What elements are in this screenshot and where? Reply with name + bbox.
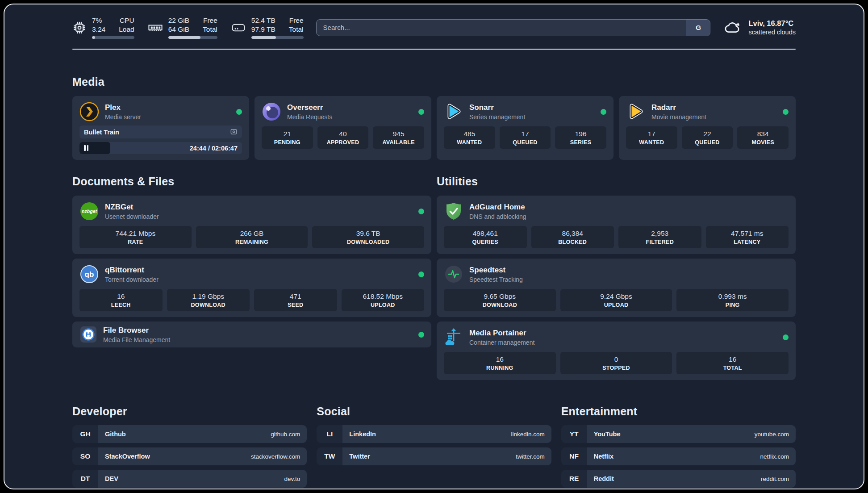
sonarr-card[interactable]: Sonarr Series management 485WANTED 17QUE… (437, 96, 613, 160)
memory-values: 22 GiB64 GiB (168, 16, 189, 34)
portainer-card[interactable]: Media Portainer Container management 16R… (437, 322, 796, 380)
stat-tile: 86,384BLOCKED (531, 226, 614, 248)
bookmark-name: DEV (105, 475, 118, 482)
stat-tile: 0.993 msPING (676, 289, 789, 311)
app-subtitle: Media server (105, 113, 230, 121)
bookmark-url: linkedin.com (511, 431, 545, 438)
svg-text:qb: qb (85, 270, 94, 279)
bookmark-netflix[interactable]: NF Netflix netflix.com (561, 447, 796, 465)
weather-location-temp: Lviv, 16.87°C (748, 19, 796, 28)
section-title-utilities: Utilities (437, 175, 796, 188)
app-subtitle: Media File Management (103, 336, 413, 343)
stat-tile: 266 GBREMAINING (196, 226, 308, 248)
stat-tile: 40APPROVED (317, 126, 369, 149)
bookmark-dev[interactable]: DT DEV dev.to (72, 470, 307, 488)
stat-tile: 471SEED (254, 289, 337, 311)
section-title-social: Social (317, 405, 551, 418)
weather-widget: Lviv, 16.87°C scattered clouds (723, 18, 796, 38)
status-dot (236, 109, 242, 115)
stat-tile: 744.21 MbpsRATE (79, 226, 192, 248)
app-subtitle: DNS and adblocking (469, 213, 789, 220)
now-playing-row: Bullet Train (79, 125, 242, 138)
stat-tile: 17QUEUED (500, 126, 551, 149)
app-subtitle: Series management (469, 113, 595, 121)
bookmark-stackoverflow[interactable]: SO StackOverflow stackoverflow.com (72, 447, 307, 465)
bookmark-name: StackOverflow (105, 453, 150, 460)
status-dot (418, 109, 424, 115)
weather-condition: scattered clouds (748, 29, 796, 36)
adguard-icon (444, 201, 463, 221)
cpu-values: 7%3.24 (92, 16, 105, 34)
bookmark-badge: YT (561, 425, 587, 443)
memory-icon (148, 20, 163, 35)
storage-stat: 52.4 TB97.9 TB FreeTotal (231, 16, 304, 39)
app-name: AdGuard Home (469, 203, 789, 212)
plex-card[interactable]: Plex Media server Bullet Train (72, 96, 249, 160)
search-input[interactable] (317, 20, 686, 36)
bookmark-twitter[interactable]: TW Twitter twitter.com (317, 447, 551, 465)
app-name: Overseerr (287, 103, 413, 112)
radarr-card[interactable]: Radarr Movie management 17WANTED 22QUEUE… (619, 96, 796, 160)
header-divider (72, 49, 796, 50)
cloud-icon (723, 18, 743, 38)
playback-progress-bar[interactable]: 24:44 / 02:06:47 (79, 142, 242, 154)
section-title-media: Media (72, 75, 796, 88)
bookmark-url: twitter.com (516, 453, 545, 460)
bookmark-youtube[interactable]: YT YouTube youtube.com (561, 425, 796, 443)
status-dot (418, 209, 424, 214)
entertainment-section: Entertainment YT YouTube youtube.com NF … (561, 405, 796, 488)
status-dot (783, 109, 789, 115)
pause-icon[interactable] (84, 145, 88, 151)
app-subtitle: Usenet downloader (105, 213, 413, 220)
app-name: Radarr (651, 103, 777, 112)
nzbget-card[interactable]: nzbget NZBGet Usenet downloader 74 (72, 196, 431, 254)
cpu-icon (72, 21, 87, 35)
status-dot (418, 332, 424, 338)
search-engine-button[interactable]: G (686, 20, 710, 36)
stat-tile: 1.19 GbpsDOWNLOAD (167, 289, 250, 311)
bookmark-badge: GH (72, 425, 98, 443)
bookmark-url: youtube.com (755, 431, 789, 438)
bookmark-url: stackoverflow.com (251, 453, 300, 460)
stat-tile: 945AVAILABLE (373, 126, 424, 149)
search-bar: G (316, 19, 711, 36)
overseerr-card[interactable]: Overseerr Media Requests 21PENDING 40APP… (255, 96, 431, 160)
storage-values: 52.4 TB97.9 TB (251, 16, 275, 34)
qbittorrent-icon: qb (79, 264, 99, 284)
memory-progress-bar (168, 36, 217, 39)
app-name: NZBGet (105, 203, 413, 212)
media-section: Media Plex Medi (72, 75, 796, 160)
bookmark-badge: TW (317, 447, 342, 465)
speedtest-card[interactable]: Speedtest Speedtest Tracking 9.65 GbpsDO… (437, 259, 796, 317)
bookmark-reddit[interactable]: RE Reddit reddit.com (561, 470, 796, 488)
app-name: Media Portainer (469, 329, 777, 338)
stat-tile: 39.6 TBDOWNLOADED (312, 226, 424, 248)
playback-time: 24:44 / 02:06:47 (190, 145, 238, 152)
app-name: File Browser (103, 326, 413, 335)
bookmark-url: dev.to (284, 476, 300, 482)
stat-tile: 16TOTAL (676, 352, 789, 374)
app-subtitle: Torrent downloader (105, 276, 413, 283)
stat-tile: 9.65 GbpsDOWNLOAD (444, 289, 556, 311)
stat-tile: 21PENDING (262, 126, 313, 149)
adguard-card[interactable]: AdGuard Home DNS and adblocking 498,461Q… (437, 196, 796, 254)
speedtest-icon (444, 264, 463, 284)
cpu-labels: CPULoad (119, 16, 134, 34)
top-bar: 7%3.24 CPULoad (72, 16, 796, 39)
stat-tile: 498,461QUERIES (444, 226, 527, 248)
section-title-documents: Documents & Files (72, 175, 431, 188)
nzbget-icon: nzbget (79, 201, 99, 221)
stat-tile: 2,953FILTERED (618, 226, 701, 248)
plex-icon (79, 102, 99, 121)
bookmark-github[interactable]: GH Github github.com (72, 425, 307, 443)
session-display-icon (230, 128, 238, 136)
stat-tile: 17WANTED (626, 126, 677, 149)
bookmark-linkedin[interactable]: LI LinkedIn linkedin.com (317, 425, 551, 443)
app-subtitle: Media Requests (287, 113, 413, 121)
bookmark-name: Github (105, 430, 126, 438)
storage-progress-bar (251, 36, 304, 39)
filebrowser-card[interactable]: File Browser Media File Management (72, 322, 431, 347)
app-subtitle: Speedtest Tracking (469, 276, 789, 283)
stat-tile: 47.571 msLATENCY (706, 226, 789, 248)
qbittorrent-card[interactable]: qb qBittorrent Torrent downloader (72, 259, 431, 317)
